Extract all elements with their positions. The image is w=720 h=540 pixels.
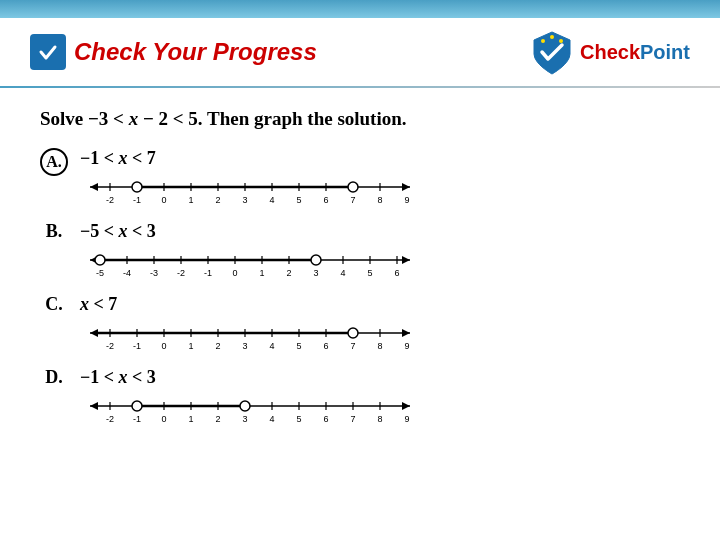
choice-d[interactable]: D. −1 < x < 3	[40, 367, 680, 428]
svg-text:5: 5	[296, 341, 301, 351]
svg-marker-92	[90, 402, 98, 410]
choice-c-text: x < 7	[80, 294, 420, 315]
svg-text:6: 6	[323, 341, 328, 351]
svg-text:-3: -3	[150, 268, 158, 278]
top-bar	[0, 0, 720, 18]
problem-statement: Solve −3 < x − 2 < 5. Then graph the sol…	[40, 108, 680, 130]
check-your-progress: Check Your Progress	[30, 34, 317, 70]
svg-text:-2: -2	[177, 268, 185, 278]
choice-a-content: −1 < x < 7	[80, 148, 420, 209]
svg-text:-1: -1	[133, 195, 141, 205]
svg-text:3: 3	[313, 268, 318, 278]
svg-text:0: 0	[232, 268, 237, 278]
svg-point-2	[550, 35, 554, 39]
choice-c-content: x < 7 -2	[80, 294, 420, 355]
choice-a[interactable]: A. −1 < x < 7	[40, 148, 680, 209]
svg-marker-4	[402, 183, 410, 191]
svg-point-1	[559, 39, 563, 43]
svg-text:8: 8	[377, 414, 382, 424]
choice-c[interactable]: C. x < 7	[40, 294, 680, 355]
svg-text:2: 2	[215, 341, 220, 351]
svg-text:7: 7	[350, 341, 355, 351]
svg-text:0: 0	[161, 195, 166, 205]
svg-text:9: 9	[404, 414, 409, 424]
checkpoint-logo: CheckPoint	[528, 28, 690, 76]
svg-text:4: 4	[340, 268, 345, 278]
svg-point-30	[132, 182, 142, 192]
svg-point-31	[348, 182, 358, 192]
svg-text:-5: -5	[96, 268, 104, 278]
choice-a-text: −1 < x < 7	[80, 148, 420, 169]
check-your-progress-title: Check Your Progress	[74, 38, 317, 66]
choice-c-numberline: -2 -1 0 1 2 3 4 5 6 7 8 9	[80, 319, 420, 355]
svg-text:2: 2	[215, 414, 220, 424]
svg-text:1: 1	[188, 195, 193, 205]
checkpoint-text: CheckPoint	[580, 41, 690, 64]
svg-text:-2: -2	[106, 341, 114, 351]
svg-text:-1: -1	[204, 268, 212, 278]
svg-text:8: 8	[377, 195, 382, 205]
svg-text:8: 8	[377, 341, 382, 351]
choice-d-label: D.	[40, 367, 68, 388]
svg-text:0: 0	[161, 414, 166, 424]
svg-text:5: 5	[296, 195, 301, 205]
svg-point-61	[311, 255, 321, 265]
choice-a-label: A.	[40, 148, 68, 176]
svg-text:1: 1	[188, 341, 193, 351]
svg-text:9: 9	[404, 341, 409, 351]
svg-point-60	[95, 255, 105, 265]
svg-text:3: 3	[242, 341, 247, 351]
svg-text:-2: -2	[106, 195, 114, 205]
svg-marker-5	[90, 183, 98, 191]
choice-b-text: −5 < x < 3	[80, 221, 420, 242]
svg-point-0	[541, 39, 545, 43]
choice-d-text: −1 < x < 3	[80, 367, 420, 388]
svg-text:9: 9	[404, 195, 409, 205]
svg-marker-33	[402, 256, 410, 264]
svg-text:3: 3	[242, 195, 247, 205]
svg-text:4: 4	[269, 195, 274, 205]
choice-b[interactable]: B. −5 < x < 3	[40, 221, 680, 282]
svg-text:1: 1	[259, 268, 264, 278]
choice-b-numberline: -5 -4 -3 -2 -1 0 1 2 3 4 5 6	[80, 246, 420, 282]
svg-text:6: 6	[323, 195, 328, 205]
svg-point-89	[348, 328, 358, 338]
svg-text:6: 6	[323, 414, 328, 424]
svg-text:6: 6	[394, 268, 399, 278]
choice-b-label: B.	[40, 221, 68, 242]
svg-text:-2: -2	[106, 414, 114, 424]
choice-d-content: −1 < x < 3	[80, 367, 420, 428]
svg-text:7: 7	[350, 414, 355, 424]
header: Check Your Progress CheckPoint	[0, 18, 720, 86]
svg-text:-1: -1	[133, 414, 141, 424]
svg-text:-1: -1	[133, 341, 141, 351]
svg-text:4: 4	[269, 414, 274, 424]
svg-marker-63	[402, 329, 410, 337]
choice-d-numberline: -2 -1 0 1 2 3 4 5 6 7 8 9	[80, 392, 420, 428]
svg-text:7: 7	[350, 195, 355, 205]
checkpoint-shield-icon	[528, 28, 576, 76]
choice-a-numberline: -2 -1 0 1 2 3 4 5 6 7 8 9	[80, 173, 420, 209]
svg-point-118	[240, 401, 250, 411]
svg-text:-4: -4	[123, 268, 131, 278]
header-divider	[0, 86, 720, 88]
svg-text:5: 5	[296, 414, 301, 424]
svg-text:0: 0	[161, 341, 166, 351]
choice-b-content: −5 < x < 3	[80, 221, 420, 282]
svg-marker-91	[402, 402, 410, 410]
check-icon	[30, 34, 66, 70]
svg-text:2: 2	[286, 268, 291, 278]
main-content: Solve −3 < x − 2 < 5. Then graph the sol…	[0, 98, 720, 450]
svg-text:3: 3	[242, 414, 247, 424]
svg-text:1: 1	[188, 414, 193, 424]
svg-text:4: 4	[269, 341, 274, 351]
svg-text:5: 5	[367, 268, 372, 278]
choice-c-label: C.	[40, 294, 68, 315]
svg-point-117	[132, 401, 142, 411]
svg-text:2: 2	[215, 195, 220, 205]
